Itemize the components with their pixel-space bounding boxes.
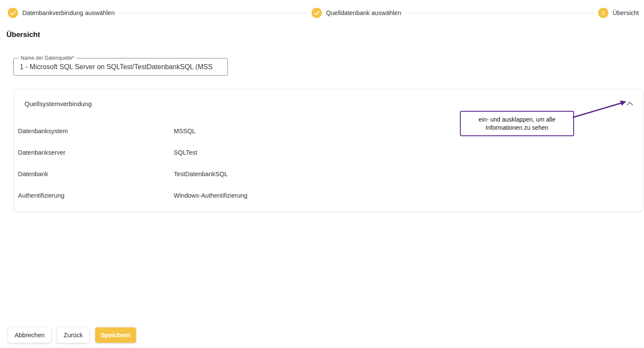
- stepper-step-1[interactable]: Datenbankverbindung auswählen: [8, 8, 115, 18]
- stepper-connector: [405, 13, 594, 13]
- stepper-connector: [119, 13, 307, 13]
- annotation-callout: ein- und ausklappen, um alle Information…: [460, 111, 574, 136]
- chevron-up-icon: [626, 101, 633, 106]
- detail-label: Datenbankserver: [18, 149, 174, 156]
- step-label: Quelldatenbank auswählen: [326, 9, 401, 16]
- step-number: 3: [602, 10, 605, 16]
- step-completed-icon: [8, 8, 18, 18]
- detail-value: MSSQL: [174, 128, 196, 134]
- detail-row: Datenbankserver SQLTest: [14, 142, 643, 163]
- source-connection-card: Quellsystemverbindung Datenbanksystem MS…: [14, 89, 643, 212]
- step-completed-icon: [311, 8, 322, 18]
- datasource-name-label: Name der Datenquelle*: [18, 55, 76, 61]
- detail-label: Datenbank: [18, 171, 174, 177]
- card-title: Quellsystemverbindung: [24, 100, 92, 107]
- page-title: Übersicht: [6, 31, 40, 39]
- detail-row: Datenbank TestDatenbankSQL: [14, 163, 643, 185]
- check-icon: [10, 11, 16, 15]
- detail-row: Authentifizierung Windows-Authentifizier…: [14, 185, 643, 206]
- step-number-badge: 3: [598, 8, 608, 18]
- stepper-step-3[interactable]: 3 Übersicht: [598, 8, 639, 18]
- card-header: Quellsystemverbindung: [14, 89, 643, 107]
- detail-value: TestDatenbankSQL: [174, 171, 228, 177]
- datasource-name-field: Name der Datenquelle*: [13, 58, 228, 76]
- check-icon: [314, 11, 320, 15]
- detail-value: Windows-Authentifizierung: [174, 192, 248, 199]
- back-button[interactable]: Zurück: [57, 327, 89, 343]
- cancel-button[interactable]: Abbrechen: [8, 327, 51, 343]
- wizard-stepper: Datenbankverbindung auswählen Quelldaten…: [0, 0, 644, 26]
- wizard-page: Datenbankverbindung auswählen Quelldaten…: [0, 0, 644, 348]
- step-label: Datenbankverbindung auswählen: [22, 9, 115, 16]
- save-button[interactable]: Speichern: [95, 327, 136, 343]
- detail-value: SQLTest: [174, 149, 197, 156]
- stepper-step-2[interactable]: Quelldatenbank auswählen: [311, 8, 401, 18]
- step-label: Übersicht: [613, 9, 639, 16]
- detail-label: Authentifizierung: [18, 192, 174, 199]
- collapse-toggle-button[interactable]: [625, 100, 635, 107]
- detail-label: Datenbanksystem: [18, 128, 174, 134]
